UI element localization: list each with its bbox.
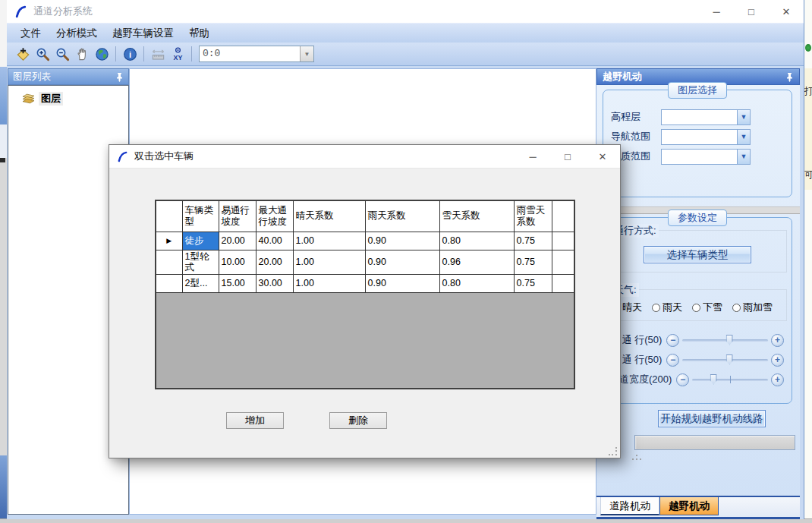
weather-radio-雨天[interactable]: 雨天 (652, 301, 682, 314)
pin-icon[interactable] (115, 72, 124, 82)
layer-combo-value (662, 110, 737, 124)
table-cell[interactable]: 20.00 (256, 250, 293, 275)
slider-increase-button[interactable]: + (771, 354, 784, 367)
dialog-resize-grip[interactable] (609, 447, 618, 456)
travel-mode-group: 通行方式: 选择车辆类型 (608, 230, 787, 273)
zoom-out-icon[interactable] (54, 46, 71, 62)
layer-combo[interactable]: ▼ (661, 109, 751, 125)
tab-越野机动[interactable]: 越野机动 (659, 497, 719, 515)
pin-icon[interactable] (785, 72, 794, 82)
row-selector[interactable] (156, 275, 182, 293)
table-cell[interactable]: 0.75 (514, 250, 552, 275)
table-cell[interactable]: 0.90 (365, 250, 439, 275)
table-cell[interactable]: 0.80 (439, 232, 514, 250)
table-cell[interactable]: 20.00 (219, 232, 256, 250)
coordinate-combo[interactable]: 0:0 ▼ (199, 46, 314, 62)
slider-thumb[interactable] (726, 335, 733, 345)
table-cell[interactable]: 10.00 (219, 250, 256, 275)
table-row[interactable]: 1型轮式10.0020.001.000.900.960.75 (156, 250, 575, 275)
table-cell[interactable]: 15.00 (219, 275, 256, 293)
column-header[interactable]: 最大通行坡度 (256, 201, 293, 232)
resize-grip[interactable] (632, 453, 641, 461)
table-cell[interactable]: 0.75 (514, 232, 552, 250)
row-selector[interactable]: ▶ (156, 232, 182, 250)
menu-item[interactable]: 越野车辆设置 (105, 25, 181, 42)
column-header[interactable]: 易通行坡度 (219, 201, 256, 232)
table-cell[interactable]: 1.00 (293, 250, 365, 275)
slider-thumb[interactable] (710, 374, 717, 385)
maximize-button[interactable]: □ (734, 0, 769, 23)
layer-select-row: 高程层▼ (603, 107, 792, 127)
radio-label: 雨天 (663, 301, 682, 314)
column-header[interactable]: 晴天系数 (293, 201, 365, 232)
column-header[interactable]: 雨雪天系数 (514, 201, 552, 232)
table-cell[interactable]: 0.96 (439, 250, 514, 275)
table-cell[interactable]: 2型... (182, 275, 219, 293)
slider-increase-button[interactable]: + (771, 334, 784, 347)
table-cell[interactable]: 0.75 (514, 275, 552, 293)
zoom-in-icon[interactable] (34, 46, 51, 62)
column-header[interactable]: 车辆类型 (182, 201, 219, 232)
layer-select-rows: 高程层▼导航范围▼地质范围▼ (603, 90, 792, 166)
slider-decrease-button[interactable]: − (666, 354, 679, 367)
chevron-down-icon[interactable]: ▼ (737, 150, 750, 164)
delete-button[interactable]: 删除 (329, 412, 387, 429)
menu-item[interactable]: 分析模式 (49, 25, 105, 42)
weather-radio-雨加雪[interactable]: 雨加雪 (732, 301, 773, 314)
column-header[interactable]: 雨天系数 (365, 201, 439, 232)
menu-item[interactable]: 文件 (13, 25, 49, 42)
xy-coordinate-icon[interactable]: XY (169, 46, 186, 62)
slider-increase-button[interactable]: + (771, 373, 784, 386)
maximize-button[interactable]: □ (550, 145, 585, 168)
tab-道路机动[interactable]: 道路机动 (600, 497, 659, 515)
window-title: 通道分析系统 (33, 5, 93, 18)
row-selector-header (156, 201, 182, 232)
table-row[interactable]: 2型...15.0030.001.000.900.800.75 (156, 275, 575, 293)
table-cell[interactable]: 0.80 (439, 275, 514, 293)
weather-radio-下雪[interactable]: 下雪 (692, 301, 722, 314)
zoom-full-extent-icon[interactable] (14, 46, 31, 62)
start-planning-button[interactable]: 开始规划越野机动线路 (658, 410, 766, 427)
slider-section: 易 通 行(50)−+可 通 行(50)−+通道宽度(200)−+ (603, 330, 792, 389)
pan-icon[interactable] (74, 46, 90, 62)
minimize-button[interactable]: ─ (699, 0, 734, 23)
row-selector[interactable] (156, 250, 182, 275)
slider-decrease-button[interactable]: − (666, 334, 679, 347)
chevron-down-icon[interactable]: ▼ (300, 46, 313, 61)
table-cell[interactable]: 徒步 (182, 232, 219, 250)
layer-combo[interactable]: ▼ (661, 129, 751, 145)
offroad-panel-title: 越野机动 (603, 70, 642, 83)
slider-thumb[interactable] (726, 354, 733, 365)
chevron-down-icon[interactable]: ▼ (737, 110, 750, 124)
table-cell[interactable]: 0.90 (365, 275, 439, 293)
svg-text:XY: XY (173, 53, 182, 61)
table-row[interactable]: ▶徒步20.0040.001.000.900.800.75 (156, 232, 575, 250)
slider-decrease-button[interactable]: − (676, 373, 689, 386)
table-cell[interactable]: 1型轮式 (182, 250, 219, 275)
table-cell[interactable]: 30.00 (256, 275, 293, 293)
title-bar: 通道分析系统 ─□✕ (7, 0, 804, 23)
table-cell[interactable]: 1.00 (293, 275, 365, 293)
table-cell[interactable]: 1.00 (293, 232, 365, 250)
chevron-down-icon[interactable]: ▼ (737, 130, 750, 144)
add-button[interactable]: 增加 (226, 412, 284, 429)
layer-select-group-title: 图层选择 (668, 82, 727, 99)
slider-track[interactable] (692, 379, 768, 381)
cell-filler (552, 232, 575, 250)
info-icon[interactable]: i (121, 46, 138, 62)
tree-item-layers[interactable]: 图层 (22, 92, 128, 106)
column-header[interactable]: 雪天系数 (439, 201, 514, 232)
table-cell[interactable]: 40.00 (256, 232, 293, 250)
select-vehicle-type-button[interactable]: 选择车辆类型 (644, 246, 751, 263)
close-button[interactable]: ✕ (585, 145, 620, 168)
slider-track[interactable] (682, 339, 768, 342)
globe-icon[interactable] (93, 46, 110, 62)
vehicle-table-body: ▶徒步20.0040.001.000.900.800.751型轮式10.0020… (156, 232, 575, 293)
minimize-button[interactable]: ─ (515, 145, 550, 168)
slider-track[interactable] (682, 359, 768, 361)
close-button[interactable]: ✕ (769, 0, 804, 23)
layer-combo[interactable]: ▼ (661, 149, 751, 165)
menu-item[interactable]: 帮助 (181, 25, 217, 42)
vehicle-select-dialog: 双击选中车辆 ─□✕ 车辆类型易通行坡度最大通行坡度晴天系数雨天系数雪天系数雨雪… (109, 144, 621, 458)
table-cell[interactable]: 0.90 (365, 232, 439, 250)
